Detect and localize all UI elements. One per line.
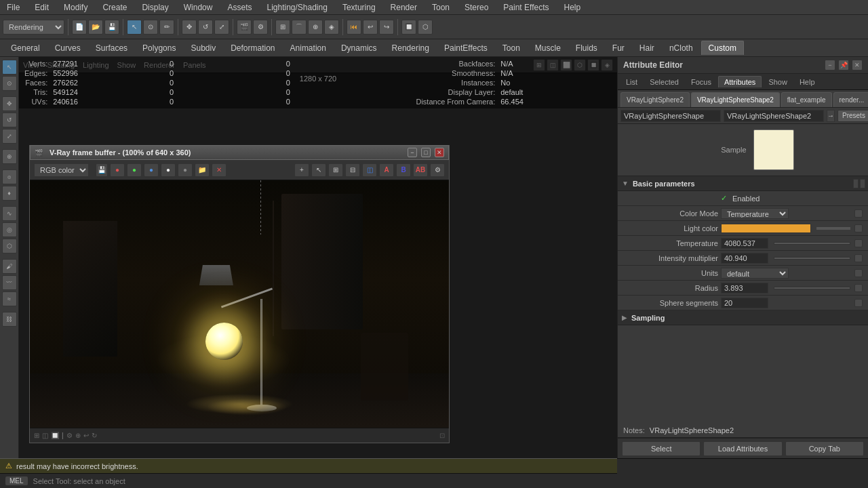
vfb-btn-plus[interactable]: +	[294, 163, 309, 177]
tab-rendering[interactable]: Rendering	[385, 41, 436, 55]
workspace-dropdown[interactable]: Rendering	[3, 20, 64, 35]
vfb-btn-cursor[interactable]: ↖	[311, 163, 326, 177]
node-tab-2[interactable]: VRayLightSphereShape2	[691, 92, 780, 107]
curve-icon[interactable]: ∿	[2, 206, 17, 221]
section-scroll-up[interactable]	[853, 179, 859, 188]
vfb-minimize-btn[interactable]: −	[408, 148, 417, 157]
vfb-btn-blue[interactable]: ●	[144, 163, 159, 177]
vfb-btn-region[interactable]: ⊞	[328, 163, 343, 177]
intensity-input[interactable]	[721, 253, 768, 264]
tab-hair[interactable]: Hair	[633, 41, 661, 55]
sculpt-icon[interactable]: ♦	[2, 186, 17, 201]
attr-header-minimize[interactable]: −	[825, 60, 835, 70]
tab-surfaces[interactable]: Surfaces	[89, 41, 134, 55]
paint-select-icon[interactable]: ⊙	[2, 76, 17, 91]
redo-btn[interactable]: ↪	[379, 20, 394, 35]
light-color-swatch[interactable]	[721, 224, 811, 233]
open-scene-btn[interactable]: 📂	[88, 20, 103, 35]
node-tab-1[interactable]: VRayLightSphere2	[620, 92, 690, 107]
menu-modify[interactable]: Modify	[61, 1, 90, 14]
section-sampling[interactable]: Sampling	[618, 310, 868, 325]
menu-window[interactable]: Window	[181, 1, 216, 14]
select-tool-btn[interactable]: ↖	[127, 20, 142, 35]
save-scene-btn[interactable]: 💾	[104, 20, 119, 35]
intensity-slider[interactable]	[774, 257, 850, 260]
menu-create[interactable]: Create	[100, 1, 130, 14]
temperature-slider[interactable]	[774, 242, 850, 245]
render-btn[interactable]: 🎬	[237, 20, 252, 35]
select-icon[interactable]: ↖	[2, 60, 17, 75]
show-manip-icon[interactable]: ⊕	[2, 149, 17, 164]
units-dropdown[interactable]: default	[721, 268, 789, 279]
sphere-segments-input[interactable]	[721, 298, 768, 308]
attr-header-pin[interactable]: 📌	[838, 60, 849, 70]
scale-icon[interactable]: ⤢	[2, 129, 17, 144]
tab-painteffects[interactable]: PaintEffects	[437, 41, 494, 55]
vfb-btn-settings[interactable]: ⚙	[430, 163, 445, 177]
menu-lighting-shading[interactable]: Lighting/Shading	[264, 1, 330, 14]
vfb-btn-clear[interactable]: ✕	[212, 163, 226, 177]
vfb-btn-red[interactable]: ●	[110, 163, 125, 177]
node-tab-4[interactable]: render...	[833, 92, 868, 107]
menu-toon[interactable]: Toon	[429, 1, 452, 14]
undo-btn[interactable]: ↩	[363, 20, 378, 35]
vfb-btn-compare[interactable]: ⊟	[345, 163, 360, 177]
vfb-btn-grey[interactable]: ●	[178, 163, 193, 177]
hypershade-btn[interactable]: 🔲	[401, 20, 416, 35]
attr-scroll-area[interactable]: Basic parameters ✓ Enabled Color Mode Te…	[618, 176, 868, 424]
tab-fur[interactable]: Fur	[606, 41, 631, 55]
attr-header-close[interactable]: ✕	[852, 60, 863, 70]
color-mode-connection[interactable]	[854, 209, 863, 218]
tab-general[interactable]: General	[4, 41, 47, 55]
tab-toon[interactable]: Toon	[496, 41, 527, 55]
tab-animation[interactable]: Animation	[283, 41, 333, 55]
attr-tab-selected[interactable]: Selected	[644, 77, 684, 87]
vfb-titlebar[interactable]: 🎬 V-Ray frame buffer - (100% of 640 x 36…	[30, 145, 449, 160]
tab-fluids[interactable]: Fluids	[569, 41, 604, 55]
paint-effects-icon[interactable]: 🖌	[2, 259, 17, 274]
presets-button[interactable]: Presets	[837, 110, 868, 122]
paint-tool-btn[interactable]: ✏	[159, 20, 174, 35]
new-scene-btn[interactable]: 📄	[72, 20, 87, 35]
tab-subdiv[interactable]: Subdiv	[184, 41, 222, 55]
move-tool-btn[interactable]: ✥	[182, 20, 197, 35]
menu-stereo[interactable]: Stereo	[462, 1, 491, 14]
snap-grid-btn[interactable]: ⊞	[275, 20, 290, 35]
snap-curve-btn[interactable]: ⌒	[292, 20, 307, 35]
sample-swatch[interactable]	[753, 129, 794, 170]
vfb-btn-save[interactable]: 💾	[96, 163, 108, 177]
tab-ncloth[interactable]: nCloth	[663, 41, 700, 55]
tab-deformation[interactable]: Deformation	[224, 41, 281, 55]
vfb-btn-ab3[interactable]: AB	[413, 163, 428, 177]
poly-icon[interactable]: ⬡	[2, 239, 17, 253]
intensity-connection[interactable]	[854, 254, 863, 262]
vfb-btn-ab1[interactable]: A	[379, 163, 394, 177]
lasso-tool-btn[interactable]: ⊙	[143, 20, 158, 35]
vfb-maximize-btn[interactable]: □	[421, 148, 431, 157]
attr-tab-help[interactable]: Help	[794, 77, 821, 87]
soft-mod-icon[interactable]: ⌾	[2, 169, 17, 184]
section-scroll-down[interactable]	[860, 179, 865, 188]
vfb-btn-green[interactable]: ●	[127, 163, 142, 177]
tab-curves[interactable]: Curves	[48, 41, 87, 55]
light-color-slider[interactable]	[816, 227, 850, 230]
tab-muscle[interactable]: Muscle	[528, 41, 568, 55]
vfb-close-btn[interactable]: ✕	[435, 148, 444, 157]
radius-slider[interactable]	[774, 287, 850, 289]
temperature-connection[interactable]	[854, 239, 863, 247]
scale-tool-btn[interactable]: ⤢	[214, 20, 229, 35]
copy-tab-button[interactable]: Copy Tab	[785, 441, 864, 456]
menu-render[interactable]: Render	[388, 1, 420, 14]
attr-tab-attributes[interactable]: Attributes	[718, 76, 762, 87]
radius-connection[interactable]	[854, 284, 863, 292]
tab-custom[interactable]: Custom	[701, 41, 744, 55]
tab-dynamics[interactable]: Dynamics	[334, 41, 384, 55]
color-mode-dropdown[interactable]: Temperature	[721, 208, 789, 219]
node-tab-3[interactable]: flat_example	[781, 92, 832, 107]
menu-help[interactable]: Help	[561, 1, 584, 14]
focus-input-1[interactable]	[620, 110, 721, 122]
light-color-connection[interactable]	[854, 224, 863, 232]
load-attributes-button[interactable]: Load Attributes	[703, 441, 782, 456]
fluids-icon[interactable]: 〰	[2, 275, 17, 290]
section-basic-params[interactable]: Basic parameters	[618, 176, 868, 191]
